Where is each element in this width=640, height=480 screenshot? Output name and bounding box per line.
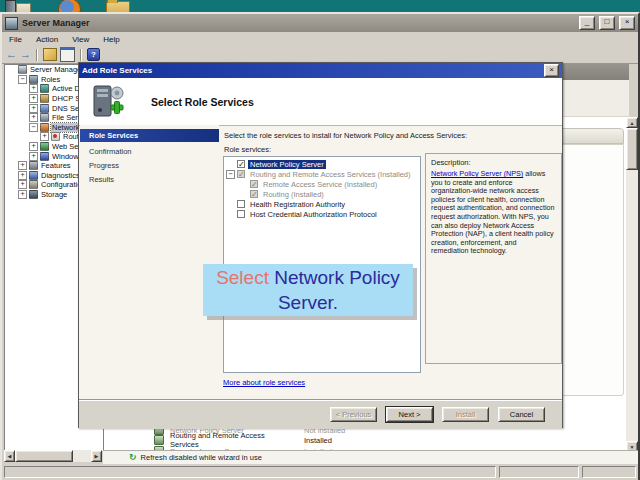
expand-icon[interactable]: + bbox=[29, 152, 38, 161]
tree-item-label[interactable]: Features bbox=[40, 161, 72, 170]
step-role-services[interactable]: Role Services bbox=[80, 129, 219, 142]
expand-icon[interactable]: + bbox=[40, 132, 49, 141]
configuration-icon bbox=[29, 180, 38, 189]
expand-icon[interactable]: + bbox=[29, 104, 38, 113]
dialog-titlebar[interactable]: Add Role Services × bbox=[79, 63, 562, 78]
install-button[interactable]: Install bbox=[442, 407, 489, 422]
role-service-status: Installed bbox=[304, 436, 332, 445]
checkbox[interactable] bbox=[237, 200, 245, 208]
close-button[interactable]: × bbox=[619, 16, 635, 30]
checkbox[interactable]: ✓ bbox=[237, 160, 245, 168]
status-bar-segment bbox=[4, 466, 496, 478]
minimize-button[interactable]: _ bbox=[579, 16, 595, 30]
summary-box bbox=[556, 144, 624, 396]
help-icon[interactable]: ? bbox=[87, 48, 100, 61]
role-service-option[interactable]: Host Credential Authorization Protocol bbox=[224, 209, 420, 219]
role-service-option[interactable]: Health Registration Authority bbox=[224, 199, 420, 209]
description-body-text: allows you to create and enforce organiz… bbox=[431, 169, 554, 255]
back-icon[interactable]: ← bbox=[6, 49, 17, 60]
window-title: Server Manager bbox=[22, 18, 575, 28]
features-icon bbox=[29, 161, 38, 170]
toolbar-separator bbox=[36, 49, 38, 61]
close-icon[interactable]: × bbox=[544, 64, 559, 77]
next-button[interactable]: Next > bbox=[386, 407, 433, 422]
role-service-label[interactable]: Routing and Remote Access Services (Inst… bbox=[248, 170, 413, 179]
role-service-label[interactable]: Health Registration Authority bbox=[248, 200, 347, 209]
dns-server-icon bbox=[40, 104, 49, 113]
collapse-icon[interactable]: − bbox=[226, 170, 235, 179]
tree-item-label[interactable]: Diagnostics bbox=[40, 171, 81, 180]
add-role-services-dialog: Add Role Services × Select Role Services… bbox=[78, 62, 563, 428]
menu-file[interactable]: File bbox=[2, 35, 29, 44]
export-list-icon[interactable] bbox=[43, 48, 57, 61]
checkbox[interactable]: ✓ bbox=[250, 190, 258, 198]
vertical-scrollbar[interactable]: ▲ ▼ bbox=[626, 117, 638, 452]
annotation-highlight: Select bbox=[216, 267, 274, 288]
expand-icon[interactable]: + bbox=[18, 171, 27, 180]
description-text: Network Policy Server (NPS) allows you t… bbox=[431, 170, 556, 256]
scrollbar-thumb[interactable] bbox=[626, 128, 638, 170]
menu-help[interactable]: Help bbox=[96, 35, 126, 44]
role-service-label[interactable]: Host Credential Authorization Protocol bbox=[248, 210, 379, 219]
expand-icon[interactable]: + bbox=[18, 180, 27, 189]
collapse-icon[interactable]: − bbox=[29, 123, 38, 132]
role-services-label: Role services: bbox=[224, 145, 271, 154]
description-heading: Description: bbox=[431, 158, 556, 167]
scroll-left-icon[interactable]: ◀ bbox=[4, 450, 15, 462]
tree-item-label[interactable]: Storage bbox=[40, 190, 68, 199]
checkbox[interactable] bbox=[237, 210, 245, 218]
cancel-button[interactable]: Cancel bbox=[498, 407, 545, 422]
role-service-label[interactable]: Remote Access Service (Installed) bbox=[261, 180, 379, 189]
show-console-tree-icon[interactable] bbox=[60, 47, 75, 62]
dhcp-server-icon bbox=[40, 94, 49, 103]
wizard-steps: Role Services Confirmation Progress Resu… bbox=[80, 125, 219, 399]
expand-icon[interactable]: + bbox=[18, 190, 27, 199]
step-results[interactable]: Results bbox=[80, 173, 219, 186]
dialog-heading: Select Role Services bbox=[151, 96, 254, 108]
checkbox[interactable]: ✓ bbox=[250, 180, 258, 188]
role-service-option[interactable]: ✓Routing (Installed) bbox=[224, 189, 420, 199]
expand-icon[interactable]: + bbox=[18, 161, 27, 170]
statusbar-segments bbox=[2, 465, 638, 479]
scroll-up-icon[interactable]: ▲ bbox=[626, 117, 638, 128]
step-confirmation[interactable]: Confirmation bbox=[80, 145, 219, 158]
summary-box-header bbox=[556, 128, 624, 144]
menu-bar: File Action View Help bbox=[2, 32, 638, 47]
role-service-row[interactable]: Routing and Remote Access Services Insta… bbox=[104, 435, 629, 445]
maximize-button[interactable]: □ bbox=[599, 16, 615, 30]
scrollbar-thumb[interactable] bbox=[15, 450, 73, 462]
web-server-icon bbox=[40, 142, 49, 151]
server-manager-app-icon bbox=[5, 17, 18, 30]
menu-action[interactable]: Action bbox=[29, 35, 65, 44]
annotation-main: Network Policy Server. bbox=[274, 267, 400, 313]
expand-icon[interactable]: + bbox=[29, 84, 38, 93]
active-directory-icon bbox=[40, 84, 49, 93]
window-titlebar[interactable]: Server Manager _ □ × bbox=[2, 14, 638, 32]
role-service-option[interactable]: ✓Network Policy Server bbox=[224, 159, 420, 169]
scroll-right-icon[interactable]: ▶ bbox=[91, 450, 102, 462]
tree-item-label[interactable]: Roles bbox=[40, 75, 61, 84]
collapse-icon[interactable]: − bbox=[18, 75, 27, 84]
horizontal-scrollbar[interactable]: ◀ ▶ bbox=[4, 450, 102, 462]
step-progress[interactable]: Progress bbox=[80, 159, 219, 172]
dialog-title: Add Role Services bbox=[82, 66, 544, 75]
role-service-option[interactable]: −✓Routing and Remote Access Services (In… bbox=[224, 169, 420, 179]
annotation-text: Select Network Policy Server. bbox=[203, 265, 413, 315]
menu-view[interactable]: View bbox=[65, 35, 96, 44]
expand-icon[interactable]: + bbox=[29, 94, 38, 103]
forward-icon[interactable]: → bbox=[20, 49, 31, 60]
instruction-text: Select the role services to install for … bbox=[224, 131, 559, 140]
npas-icon bbox=[40, 123, 49, 132]
more-about-role-services-link[interactable]: More about role services bbox=[223, 378, 305, 387]
checkbox[interactable]: ✓ bbox=[237, 170, 245, 178]
role-service-label[interactable]: Routing (Installed) bbox=[261, 190, 326, 199]
diagnostics-icon bbox=[29, 171, 38, 180]
role-service-icon bbox=[154, 435, 164, 445]
previous-button[interactable]: < Previous bbox=[330, 407, 377, 422]
routing-icon bbox=[51, 132, 60, 141]
expand-icon[interactable]: + bbox=[29, 142, 38, 151]
refresh-icon: ↻ bbox=[129, 453, 137, 462]
expand-icon[interactable]: + bbox=[29, 113, 38, 122]
role-service-label[interactable]: Network Policy Server bbox=[248, 160, 326, 169]
role-service-option[interactable]: ✓Remote Access Service (Installed) bbox=[224, 179, 420, 189]
